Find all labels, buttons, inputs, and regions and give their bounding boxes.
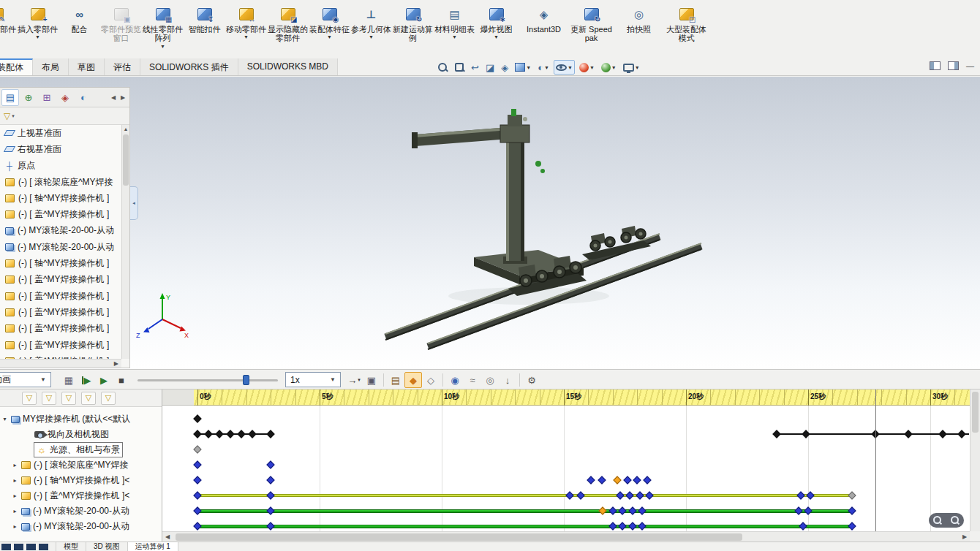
featuremanager-tab[interactable]: ▤ bbox=[1, 89, 19, 106]
component-preview-window-button[interactable]: ▣零部件预览窗口 bbox=[100, 2, 142, 44]
scroll-thumb[interactable] bbox=[972, 392, 979, 433]
filter-animated-button[interactable]: ▽ bbox=[22, 392, 37, 405]
motion-tree-item[interactable]: ▸(-) [ 滚轮架底座^MY焊接 bbox=[0, 457, 162, 473]
filter-driving-button[interactable]: ▽ bbox=[61, 392, 76, 405]
linear-component-pattern-button[interactable]: ▦线性零部件阵列▼ bbox=[142, 2, 184, 50]
scroll-right-icon[interactable]: ▶ bbox=[960, 533, 970, 540]
keyframe[interactable] bbox=[204, 430, 212, 438]
ribbon-tab-assembly[interactable]: 装配体 bbox=[0, 58, 33, 75]
doc-tab-3d-views[interactable]: 3D 视图 bbox=[86, 542, 128, 551]
instant3d-button[interactable]: ◈Instant3D bbox=[523, 2, 565, 34]
keyframe[interactable] bbox=[614, 476, 622, 484]
keyframe[interactable] bbox=[608, 522, 617, 530]
playback-mode-button[interactable]: →▾ bbox=[345, 372, 363, 388]
keyframe[interactable] bbox=[215, 430, 223, 438]
tree-item[interactable]: (-) [ 盖^MY焊接操作机 ] bbox=[0, 272, 121, 288]
keyframe[interactable] bbox=[616, 491, 624, 499]
keyframe[interactable] bbox=[193, 460, 201, 468]
motor-button[interactable]: ◉ bbox=[446, 372, 464, 388]
doc-tab-motion-study-1[interactable]: 运动算例 1 bbox=[128, 542, 178, 551]
section-view-icon[interactable]: ◪ bbox=[483, 60, 497, 75]
contact-button[interactable]: ◎ bbox=[481, 372, 499, 388]
tree-item[interactable]: (-) [ 盖^MY焊接操作机 ] bbox=[0, 304, 121, 320]
keyframe[interactable] bbox=[193, 445, 201, 453]
keyframe[interactable] bbox=[623, 476, 631, 484]
keyframe[interactable] bbox=[587, 476, 595, 484]
dimxpertmanager-tab[interactable]: ◈ bbox=[56, 89, 74, 106]
tree-item[interactable]: (-) [ 轴^MY焊接操作机 ] bbox=[0, 255, 121, 271]
keyframe[interactable] bbox=[193, 491, 201, 499]
scroll-left-icon[interactable]: ◀ bbox=[162, 533, 173, 540]
view-orientation-icon[interactable]: ▼ bbox=[513, 60, 533, 75]
keyframe[interactable] bbox=[772, 430, 780, 438]
keyframe[interactable] bbox=[267, 430, 275, 438]
animation-wizard-button[interactable]: ▤ bbox=[387, 372, 404, 388]
playback-speed-select[interactable]: 1x ▼ bbox=[285, 372, 341, 387]
doc-tab-model[interactable]: 模型 bbox=[56, 542, 86, 551]
keyframe[interactable] bbox=[193, 506, 201, 514]
play-from-start-button[interactable]: ▶ bbox=[78, 372, 95, 388]
keyframe[interactable] bbox=[794, 506, 802, 514]
ribbon-tab-sketch[interactable]: 草图 bbox=[69, 58, 105, 75]
save-animation-button[interactable]: ▣ bbox=[363, 372, 380, 388]
keyframe[interactable] bbox=[267, 522, 275, 530]
show-hidden-components-button[interactable]: ◪显示隐藏的零部件 bbox=[267, 2, 309, 44]
keyframe[interactable] bbox=[904, 430, 912, 438]
update-speedpak-button[interactable]: ↻更新 Speedpak bbox=[570, 2, 612, 44]
keyframe[interactable] bbox=[193, 414, 201, 422]
keyframe[interactable] bbox=[799, 522, 807, 530]
tree-item[interactable]: (-) [ 盖^MY焊接操作机 ] bbox=[0, 337, 121, 353]
motion-tree-item[interactable]: ▸(-) [ 盖^MY焊接操作机 ]< bbox=[0, 488, 162, 503]
ribbon-tab-mbd[interactable]: SOLIDWORKS MBD bbox=[238, 58, 338, 75]
expand-arrow-icon[interactable]: ▾ bbox=[1, 416, 8, 422]
pane-icon[interactable] bbox=[26, 544, 36, 550]
tree-item[interactable]: 上视基准面 bbox=[0, 125, 121, 141]
keyframe[interactable] bbox=[636, 491, 644, 499]
tree-item[interactable]: (-) [ 盖^MY焊接操作机 ] bbox=[0, 321, 121, 337]
keyframe[interactable] bbox=[598, 476, 606, 484]
add-key-button[interactable]: ◇ bbox=[422, 372, 440, 388]
tree-item[interactable]: (-) [ 盖^MY焊接操作机 ] bbox=[0, 288, 121, 304]
keyframe[interactable] bbox=[626, 491, 634, 499]
keyframe[interactable] bbox=[193, 430, 201, 438]
keyframe[interactable] bbox=[577, 491, 585, 499]
smart-fasteners-button[interactable]: ↧智能扣件 bbox=[184, 2, 225, 34]
tree-item[interactable]: (-) MY滚轮架-20-00-从动 bbox=[0, 223, 121, 239]
keyframe[interactable] bbox=[643, 476, 651, 484]
keyframe[interactable] bbox=[796, 491, 804, 499]
view-settings-icon[interactable]: ▼ bbox=[621, 60, 642, 75]
motion-study-properties-button[interactable]: ⚙ bbox=[523, 372, 540, 388]
model-3d[interactable]: Y X Z bbox=[130, 77, 980, 369]
timebar-slider[interactable] bbox=[137, 372, 278, 388]
scroll-thumb[interactable] bbox=[176, 533, 742, 541]
ribbon-tab-layout[interactable]: 布局 bbox=[33, 58, 69, 75]
expand-arrow-icon[interactable]: ▸ bbox=[12, 477, 18, 484]
spring-button[interactable]: ≈ bbox=[464, 372, 481, 388]
collapse-ribbon-icon[interactable]: — bbox=[966, 61, 974, 70]
viewport-3d[interactable]: Y X Z bbox=[0, 77, 980, 369]
keyframe[interactable] bbox=[267, 460, 275, 468]
keyframe[interactable] bbox=[193, 522, 201, 530]
bill-of-materials-button[interactable]: ▤材料明细表▼ bbox=[434, 2, 475, 40]
expand-arrow-icon[interactable]: ▸ bbox=[12, 493, 18, 499]
keyframe[interactable] bbox=[267, 506, 275, 514]
keyframe[interactable] bbox=[638, 522, 646, 530]
tile-left-icon[interactable] bbox=[930, 61, 941, 70]
dynamic-annotation-views-icon[interactable]: ◈ bbox=[499, 60, 510, 75]
mast-head[interactable] bbox=[508, 109, 527, 126]
feature-tree-vscrollbar[interactable]: ▲ bbox=[121, 125, 129, 359]
keyframe[interactable] bbox=[267, 491, 275, 499]
gravity-button[interactable]: ↓ bbox=[499, 372, 516, 388]
expand-arrow-icon[interactable]: ▸ bbox=[12, 508, 18, 514]
zoom-to-fit-icon[interactable] bbox=[435, 60, 450, 75]
keyframe[interactable] bbox=[608, 506, 617, 514]
keyframe[interactable] bbox=[645, 491, 653, 499]
feature-tree-hscrollbar[interactable]: ▶ bbox=[0, 359, 121, 368]
keyframe[interactable] bbox=[848, 506, 856, 514]
slider-handle[interactable] bbox=[243, 375, 249, 385]
previous-view-icon[interactable]: ↩ bbox=[469, 60, 481, 75]
keyframe[interactable] bbox=[193, 476, 201, 484]
exploded-view-button[interactable]: ∗爆炸视图▼ bbox=[475, 2, 517, 40]
reference-geometry-button[interactable]: ⊥参考几何体▼ bbox=[350, 2, 392, 40]
tree-item[interactable]: 右视基准面 bbox=[0, 141, 121, 157]
